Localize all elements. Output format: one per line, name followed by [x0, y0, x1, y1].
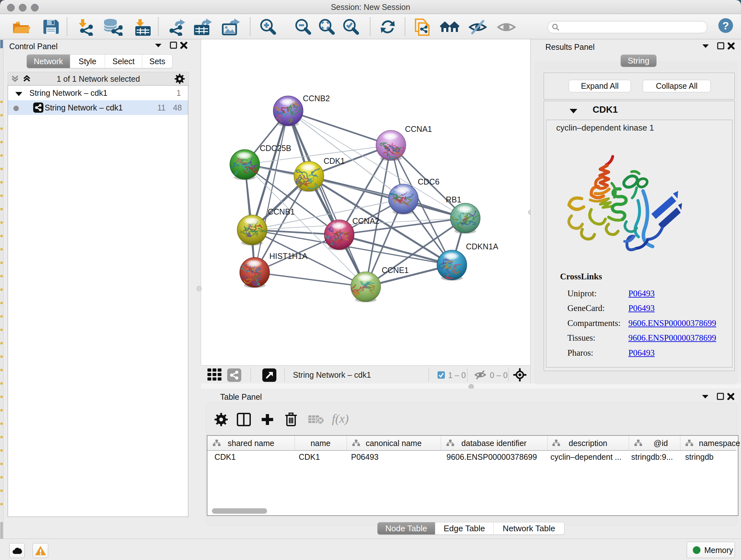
svg-text:CCNB2: CCNB2	[303, 94, 330, 103]
svg-text:RB1: RB1	[446, 195, 461, 204]
svg-text:CCNA2: CCNA2	[352, 216, 380, 226]
svg-text:?: ?	[723, 19, 729, 32]
svg-text:CCNB1: CCNB1	[268, 207, 295, 216]
svg-text:HIST1H1A: HIST1H1A	[269, 252, 308, 260]
svg-text:CDC25B: CDC25B	[260, 144, 291, 152]
svg-text:CDC6: CDC6	[418, 177, 440, 186]
svg-text:CCNA1: CCNA1	[405, 125, 432, 133]
svg-text:CDK1: CDK1	[324, 157, 345, 165]
svg-text:CDKN1A: CDKN1A	[466, 242, 498, 251]
svg-text:CCNE1: CCNE1	[382, 266, 409, 274]
